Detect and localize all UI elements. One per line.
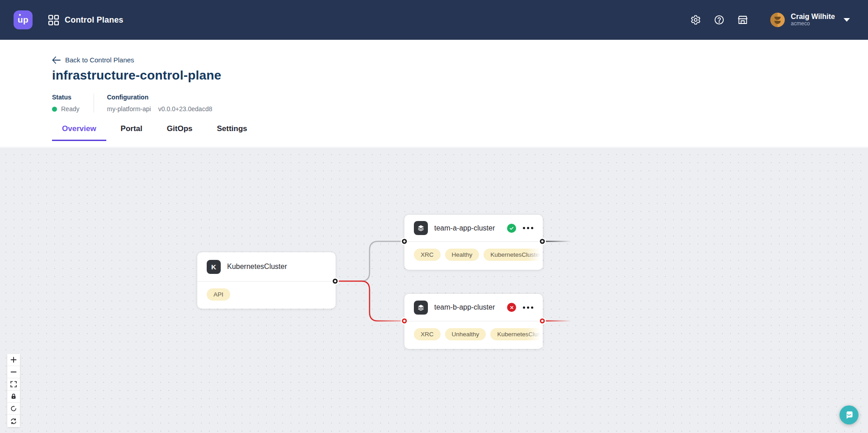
lock-button[interactable]: [7, 391, 20, 403]
status-ready-dot: [52, 107, 57, 112]
status-label: Status: [52, 94, 79, 101]
node-title: team-a-app-cluster: [434, 224, 495, 232]
node-team-b-app-cluster[interactable]: team-b-app-cluster XRC Unhealthy Kuberne…: [404, 294, 543, 349]
user-avatar: [770, 13, 785, 27]
badge-kind: KubernetesCluster: [490, 328, 543, 340]
configuration-label: Configuration: [107, 94, 212, 101]
chat-bubble-icon: [844, 410, 854, 420]
kubernetes-k-icon: K: [207, 260, 221, 274]
relayout-button[interactable]: [7, 403, 20, 415]
badge-healthy: Healthy: [445, 249, 479, 261]
help-icon[interactable]: [713, 14, 725, 26]
user-name: Craig Wilhite: [791, 13, 835, 21]
node-title: KubernetesCluster: [227, 263, 287, 271]
node-menu-button[interactable]: [523, 227, 533, 229]
upbound-logo[interactable]: up: [14, 10, 33, 29]
back-link[interactable]: Back to Control Planes: [52, 56, 134, 64]
chat-widget-button[interactable]: [840, 405, 859, 424]
chevron-down-icon[interactable]: [844, 18, 850, 22]
node-team-a-app-cluster[interactable]: team-a-app-cluster XRC Healthy Kubernete…: [404, 215, 543, 270]
nav-title-group: Control Planes: [48, 14, 123, 26]
configuration-name: my-platform-api: [107, 105, 151, 113]
back-arrow-icon: [52, 56, 61, 64]
user-menu[interactable]: Craig Wilhite acmeco: [770, 13, 850, 27]
marketplace-icon[interactable]: [737, 14, 749, 26]
badge-xrc: XRC: [414, 249, 441, 261]
node-title: team-b-app-cluster: [434, 303, 495, 311]
node-badges: XRC Healthy KubernetesCluster: [404, 241, 543, 268]
handle-team-b-left[interactable]: [402, 319, 407, 324]
zoom-out-button[interactable]: [7, 366, 20, 378]
tab-portal[interactable]: Portal: [111, 124, 152, 141]
tab-settings[interactable]: Settings: [207, 124, 257, 141]
layers-icon: [414, 301, 428, 315]
status-value: Ready: [61, 105, 79, 113]
tab-bar: Overview Portal GitOps Settings: [52, 124, 868, 141]
tab-overview[interactable]: Overview: [52, 124, 106, 141]
back-link-label: Back to Control Planes: [65, 56, 134, 64]
layers-icon: [414, 221, 428, 235]
settings-gear-icon[interactable]: [690, 14, 702, 26]
badge-xrc: XRC: [414, 328, 441, 340]
refresh-sync-button[interactable]: [7, 415, 20, 427]
unhealthy-x-icon: [507, 303, 516, 312]
handle-k8s-right[interactable]: [333, 279, 338, 284]
edge-k8s-to-team-b: [335, 281, 404, 321]
handle-team-b-right[interactable]: [540, 319, 545, 324]
meta-divider: [94, 94, 94, 113]
node-badges: API: [197, 281, 336, 307]
zoom-in-button[interactable]: [7, 354, 20, 366]
healthy-check-icon: [507, 224, 516, 233]
handle-team-a-right[interactable]: [540, 239, 545, 244]
nav-app-title: Control Planes: [65, 15, 123, 25]
page-title: infrastructure-control-plane: [52, 68, 868, 83]
node-menu-button[interactable]: [523, 306, 533, 309]
configuration-block: Configuration my-platform-api v0.0.0+23.…: [107, 94, 212, 113]
badge-kind: KubernetesCluster: [484, 249, 543, 261]
user-org: acmeco: [791, 21, 835, 27]
node-badges: XRC Unhealthy KubernetesCluster: [404, 321, 543, 347]
graph-canvas[interactable]: K KubernetesCluster API team-a-app-clust…: [0, 148, 868, 433]
tab-gitops[interactable]: GitOps: [157, 124, 203, 141]
app-grid-icon[interactable]: [48, 14, 59, 26]
top-navbar: up Control Planes: [0, 0, 868, 40]
user-text: Craig Wilhite acmeco: [791, 13, 835, 27]
badge-unhealthy: Unhealthy: [445, 328, 486, 340]
fit-view-button[interactable]: [7, 378, 20, 391]
logo-dot: [19, 14, 21, 16]
configuration-version: v0.0.0+23.0edacd8: [158, 105, 213, 113]
badge-api: API: [207, 288, 230, 301]
graph-edges: [0, 148, 868, 433]
page-header: Back to Control Planes infrastructure-co…: [0, 40, 868, 147]
meta-row: Status Ready Configuration my-platform-a…: [52, 94, 868, 113]
nav-right: Craig Wilhite acmeco: [690, 13, 850, 27]
logo-text: up: [18, 15, 28, 25]
handle-team-a-left[interactable]: [402, 239, 407, 244]
node-kubernetescluster[interactable]: K KubernetesCluster API: [197, 252, 336, 309]
graph-toolbar: [7, 354, 20, 427]
edge-k8s-to-team-a: [360, 241, 404, 281]
app-root: up Control Planes: [0, 0, 868, 433]
status-block: Status Ready: [52, 94, 94, 113]
